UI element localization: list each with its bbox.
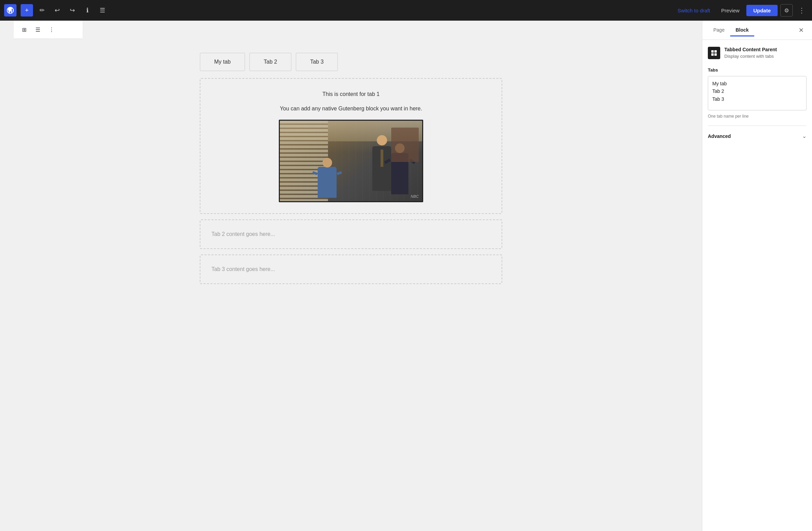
block-toolbar: ⊞ ☰ ⋮	[14, 21, 83, 39]
add-block-button[interactable]: +	[21, 4, 33, 17]
main-layout: ⊞ ☰ ⋮ My tab Tab 2 Tab 3 This is content…	[0, 21, 812, 531]
tabs-section-label: Tabs	[708, 67, 806, 73]
tab1-image-container: NBC	[211, 120, 491, 202]
sidebar-body: Tabbed Content Parent Display content wi…	[702, 40, 812, 531]
tab1-line1: This is content for tab 1	[211, 90, 491, 99]
preview-button[interactable]: Preview	[717, 5, 744, 16]
svg-rect-2	[711, 53, 714, 56]
block-info: Tabbed Content Parent Display content wi…	[708, 47, 806, 59]
edit-button[interactable]: ✏	[36, 4, 48, 17]
tab-2-button[interactable]: Tab 2	[249, 53, 292, 71]
more-options-button[interactable]: ⋮	[795, 4, 808, 17]
info-button[interactable]: ℹ	[81, 4, 94, 17]
tab3-content-panel: Tab 3 content goes here...	[200, 254, 502, 284]
grid-icon: ⊞	[22, 26, 26, 33]
grid-view-button[interactable]: ⊞	[18, 23, 30, 36]
list-view-btn[interactable]: ☰	[32, 23, 44, 36]
undo-button[interactable]: ↩	[51, 4, 63, 17]
figure-3	[318, 167, 337, 198]
tab2-placeholder-text: Tab 2 content goes here...	[211, 231, 491, 237]
page-tab[interactable]: Page	[708, 24, 730, 36]
tab2-content-panel: Tab 2 content goes here...	[200, 219, 502, 249]
svg-rect-1	[714, 50, 717, 53]
advanced-section: Advanced ⌄	[708, 126, 806, 142]
tab-3-button[interactable]: Tab 3	[296, 53, 338, 71]
redo-button[interactable]: ↪	[66, 4, 78, 17]
wp-logo	[4, 4, 17, 17]
top-toolbar: + ✏ ↩ ↪ ℹ ☰ Switch to draft Preview Upda…	[0, 0, 812, 21]
tabs-row: My tab Tab 2 Tab 3	[200, 53, 502, 71]
block-more-button[interactable]: ⋮	[45, 23, 58, 36]
update-button[interactable]: Update	[746, 5, 778, 16]
editor-content: My tab Tab 2 Tab 3 This is content for t…	[179, 39, 523, 303]
chevron-down-icon: ⌄	[802, 133, 806, 139]
tabs-hint-text: One tab name per line	[708, 114, 806, 119]
tab1-image: NBC	[279, 120, 423, 202]
block-icon	[708, 47, 720, 59]
settings-button[interactable]: ⚙	[780, 4, 793, 17]
list-icon: ☰	[35, 26, 40, 33]
switch-draft-button[interactable]: Switch to draft	[673, 5, 714, 16]
svg-rect-0	[711, 50, 714, 53]
more-icon: ⋮	[49, 26, 54, 33]
block-desc: Display content with tabs	[724, 54, 777, 59]
advanced-title: Advanced	[708, 133, 731, 139]
list-view-button[interactable]: ☰	[96, 4, 109, 17]
block-name: Tabbed Content Parent	[724, 47, 777, 52]
figure-1	[372, 146, 391, 191]
right-sidebar: Page Block ✕ Tabbed Content Parent D	[702, 21, 812, 531]
sidebar-close-button[interactable]: ✕	[795, 25, 806, 36]
tab1-line2: You can add any native Gutenberg block y…	[211, 104, 491, 113]
tab-1-button[interactable]: My tab	[200, 53, 245, 71]
svg-rect-3	[714, 53, 717, 56]
tab1-content-panel: This is content for tab 1 You can add an…	[200, 78, 502, 214]
block-info-text: Tabbed Content Parent Display content wi…	[724, 47, 777, 59]
advanced-header[interactable]: Advanced ⌄	[708, 130, 806, 142]
image-watermark: NBC	[411, 194, 419, 198]
sidebar-header: Page Block ✕	[702, 21, 812, 40]
editor-area: ⊞ ☰ ⋮ My tab Tab 2 Tab 3 This is content…	[0, 21, 702, 531]
tabs-textarea[interactable]	[708, 76, 806, 110]
block-tab[interactable]: Block	[730, 24, 754, 36]
tab3-placeholder-text: Tab 3 content goes here...	[211, 266, 491, 272]
